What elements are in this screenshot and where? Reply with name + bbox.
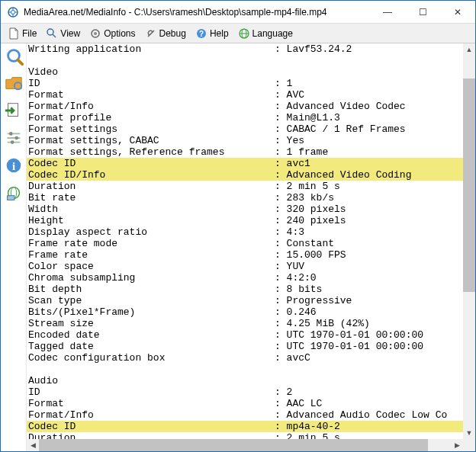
- svg-text:i: i: [11, 160, 14, 172]
- info-key: ID: [27, 78, 275, 89]
- content-wrapper: Writing application: Lavf53.24.2VideoID:…: [27, 43, 475, 451]
- info-row: ID: 1: [27, 78, 475, 89]
- menu-file[interactable]: File: [4, 26, 40, 41]
- info-value: 2: [287, 386, 475, 398]
- scroll-right-button[interactable]: ▶: [451, 439, 463, 451]
- info-key: ID: [27, 386, 275, 398]
- menubar: File View Options Debug ? Help Language: [1, 24, 475, 43]
- file-icon: [8, 27, 20, 40]
- info-key: Codec ID: [27, 421, 275, 432]
- info-value: Progressive: [287, 295, 475, 306]
- info-value: YUV: [287, 261, 475, 272]
- info-text-pane[interactable]: Writing application: Lavf53.24.2VideoID:…: [27, 43, 475, 451]
- info-key: Codec ID/Info: [27, 169, 275, 181]
- open-folder-icon[interactable]: [3, 72, 24, 94]
- info-key: Stream size: [27, 318, 275, 329]
- vscroll-thumb[interactable]: [463, 79, 475, 292]
- web-icon[interactable]: [3, 182, 24, 204]
- menu-view[interactable]: View: [42, 26, 84, 41]
- info-value: 283 kb/s: [287, 192, 475, 204]
- svg-point-4: [94, 32, 97, 35]
- preferences-icon[interactable]: [3, 127, 24, 149]
- info-row: Format profile: Main@L1.3: [27, 112, 475, 123]
- menu-language-label: Language: [252, 28, 293, 39]
- maximize-button[interactable]: ☐: [405, 1, 440, 24]
- menu-help[interactable]: ? Help: [191, 26, 233, 41]
- horizontal-scrollbar[interactable]: ◀ ▶: [27, 439, 463, 451]
- info-row: Format/Info: Advanced Video Codec: [27, 101, 475, 112]
- menu-file-label: File: [22, 28, 37, 39]
- info-value: Advanced Video Codec: [287, 101, 475, 112]
- vscroll-track[interactable]: [463, 56, 475, 427]
- info-row: ID: 2: [27, 386, 475, 398]
- info-key: Format settings, CABAC: [27, 135, 275, 146]
- info-value: 1 frame: [287, 146, 475, 158]
- info-key: Codec ID: [27, 158, 275, 169]
- info-row: Codec ID: avc1: [27, 158, 475, 169]
- info-key: Chroma subsampling: [27, 272, 275, 284]
- info-row: Bit depth: 8 bits: [27, 284, 475, 295]
- hscroll-track[interactable]: [39, 439, 451, 451]
- menu-debug-label: Debug: [159, 28, 186, 39]
- section-header: Audio: [27, 375, 475, 386]
- svg-point-13: [14, 136, 18, 140]
- info-key: Format: [27, 398, 275, 409]
- info-key: Duration: [27, 181, 275, 192]
- info-value: 0.246: [287, 306, 475, 318]
- info-key: Frame rate: [27, 249, 275, 261]
- info-value: 15.000 FPS: [287, 249, 475, 261]
- hscroll-thumb[interactable]: [39, 439, 428, 451]
- globe-icon: [238, 27, 250, 40]
- menu-language[interactable]: Language: [234, 26, 297, 41]
- info-key: Height: [27, 215, 275, 226]
- info-key: Writing application: [27, 43, 275, 55]
- client-area: i Writing application: Lavf53.24.2VideoI…: [1, 43, 475, 451]
- info-row: Tagged date: UTC 1970-01-01 00:00:00: [27, 341, 475, 352]
- info-row: Bit rate: 283 kb/s: [27, 192, 475, 204]
- export-icon[interactable]: [3, 100, 24, 121]
- info-key: Encoded date: [27, 329, 275, 341]
- info-key: Format: [27, 89, 275, 101]
- info-key: Tagged date: [27, 341, 275, 352]
- info-row: Encoded date: UTC 1970-01-01 00:00:00: [27, 329, 475, 341]
- info-key: Bit depth: [27, 284, 275, 295]
- open-file-icon[interactable]: [3, 45, 24, 66]
- help-icon: ?: [195, 27, 207, 40]
- info-row: Codec ID/Info: Advanced Video Coding: [27, 169, 475, 181]
- window-title: MediaArea.net/MediaInfo - C:\Users\rames…: [24, 7, 370, 18]
- svg-point-12: [8, 132, 12, 136]
- sidebar: i: [1, 43, 27, 451]
- info-row: Frame rate: 15.000 FPS: [27, 249, 475, 261]
- vertical-scrollbar[interactable]: ▲ ▼: [463, 43, 475, 439]
- info-row: Format settings, CABAC: Yes: [27, 135, 475, 146]
- info-row: Stream size: 4.25 MiB (42%): [27, 318, 475, 329]
- info-row: Codec ID: mp4a-40-2: [27, 421, 475, 432]
- info-row: Height: 240 pixels: [27, 215, 475, 226]
- scroll-up-button[interactable]: ▲: [463, 43, 475, 56]
- info-value: Advanced Video Coding: [287, 169, 475, 181]
- scroll-left-button[interactable]: ◀: [27, 439, 39, 451]
- info-row: Format: AVC: [27, 89, 475, 101]
- about-icon[interactable]: i: [3, 155, 24, 176]
- info-value: Yes: [287, 135, 475, 146]
- info-value: 320 pixels: [287, 204, 475, 215]
- menu-debug[interactable]: Debug: [141, 26, 190, 41]
- info-key: Format/Info: [27, 101, 275, 112]
- info-value: 2 min 5 s: [287, 181, 475, 192]
- info-key: Color space: [27, 261, 275, 272]
- info-row: Codec configuration box: avcC: [27, 352, 475, 364]
- scroll-down-button[interactable]: ▼: [463, 427, 475, 439]
- svg-point-14: [10, 140, 14, 144]
- minimize-button[interactable]: —: [370, 1, 405, 24]
- info-row: Format/Info: Advanced Audio Codec Low Co: [27, 409, 475, 421]
- info-key: Scan type: [27, 295, 275, 306]
- close-button[interactable]: ✕: [440, 1, 475, 24]
- info-key: Frame rate mode: [27, 238, 275, 249]
- wrench-icon: [145, 27, 157, 40]
- info-value: 4:2:0: [287, 272, 475, 284]
- info-value: 4:3: [287, 226, 475, 238]
- info-row: Frame rate mode: Constant: [27, 238, 475, 249]
- info-value: CABAC / 1 Ref Frames: [287, 123, 475, 135]
- info-value: UTC 1970-01-01 00:00:00: [287, 329, 475, 341]
- menu-options[interactable]: Options: [85, 26, 139, 41]
